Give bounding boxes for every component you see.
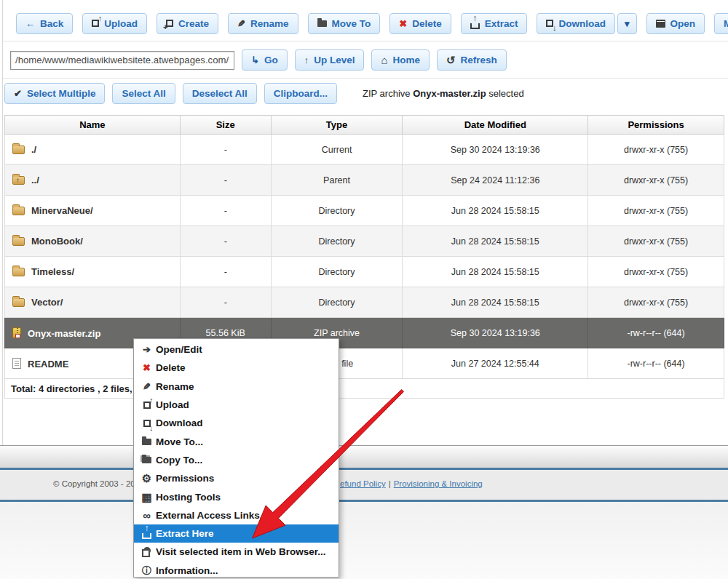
menu-item-rename[interactable]: ✎Rename xyxy=(134,378,339,396)
toolbar: ←Back Upload Create ✎Rename Move To ✖Del… xyxy=(3,6,728,41)
table-row[interactable]: Vector/ -DirectoryJun 28 2024 15:58:15dr… xyxy=(5,287,724,318)
home-icon: ⌂ xyxy=(381,55,387,65)
download-button-label: Download xyxy=(558,18,606,29)
go-button-label: Go xyxy=(264,55,278,65)
move-to-button[interactable]: Move To xyxy=(308,13,381,34)
menu-item-download[interactable]: Download xyxy=(134,414,339,432)
selection-status: ZIP archive Onyx-master.zip selected xyxy=(363,88,524,99)
extract-button[interactable]: Extract xyxy=(461,13,528,34)
home-button[interactable]: ⌂Home xyxy=(371,49,430,71)
select-multiple-label: Select Multiple xyxy=(27,88,96,99)
table-row[interactable]: ./ -CurrentSep 30 2024 13:19:36drwxr-xr-… xyxy=(5,135,724,165)
go-arrow-icon: ↳ xyxy=(251,55,259,65)
menu-item-hosting-tools[interactable]: ▦Hosting Tools xyxy=(134,487,339,506)
text-file-icon xyxy=(12,358,21,369)
folder-icon xyxy=(12,237,25,246)
context-menu: ➔Open/Edit ✖Delete ✎Rename Upload Downlo… xyxy=(133,338,339,578)
deselect-all-label: Deselect All xyxy=(192,88,248,99)
visit-web-browser-icon xyxy=(142,547,152,557)
extract-button-label: Extract xyxy=(485,18,518,29)
menu-item-copy-to[interactable]: Copy To... xyxy=(134,451,339,469)
permissions-icon: ⚙ xyxy=(139,473,154,484)
menu-item-open-edit[interactable]: ➔Open/Edit xyxy=(134,340,339,359)
go-button[interactable]: ↳Go xyxy=(242,49,288,71)
folder-icon xyxy=(12,298,25,307)
home-button-label: Home xyxy=(393,55,421,65)
column-header-type[interactable]: Type xyxy=(271,116,403,135)
selection-bar: ✔Select Multiple Select All Deselect All… xyxy=(4,81,728,105)
footer: © Copyright 2003 - 20 efund Policy|Provi… xyxy=(0,470,728,500)
upload-icon xyxy=(92,20,99,27)
create-button[interactable]: Create xyxy=(157,13,218,34)
folder-icon xyxy=(12,145,25,154)
up-level-button[interactable]: ↑Up Level xyxy=(295,49,365,71)
upload-button[interactable]: Upload xyxy=(82,13,147,34)
select-all-button[interactable]: Select All xyxy=(112,83,175,104)
table-row[interactable]: README SVN fileJun 27 2024 12:55:44-rw-r… xyxy=(5,348,724,379)
clipboard-button[interactable]: Clipboard... xyxy=(264,83,337,104)
rename-icon: ✎ xyxy=(237,19,245,28)
download-button[interactable]: Download xyxy=(537,13,615,34)
menu-item-extract-here[interactable]: Extract Here xyxy=(134,524,339,543)
menu-item-permissions[interactable]: ⚙Permissions xyxy=(134,469,339,487)
footer-gradient-band xyxy=(0,446,728,468)
column-header-size[interactable]: Size xyxy=(180,116,271,135)
folder-up-icon xyxy=(12,176,25,185)
refresh-icon: ↺ xyxy=(446,55,456,65)
table-row[interactable]: ../ -ParentSep 24 2024 11:12:36drwxr-xr-… xyxy=(5,165,724,196)
menu-item-move-to[interactable]: Move To... xyxy=(134,432,339,450)
refresh-button[interactable]: ↺Refresh xyxy=(437,49,507,71)
folder-icon xyxy=(12,207,25,215)
table-row[interactable]: Timeless/ -DirectoryJun 28 2024 15:58:15… xyxy=(5,257,724,287)
download-icon xyxy=(143,420,151,427)
menu-item-external-access-links[interactable]: ∞External Access Links... xyxy=(134,506,339,524)
menu-item-upload[interactable]: Upload xyxy=(134,396,339,414)
rename-button[interactable]: ✎Rename xyxy=(228,13,298,34)
select-all-label: Select All xyxy=(122,88,165,99)
chevron-down-icon: ▾ xyxy=(625,19,630,28)
table-row-selected[interactable]: Onyx-master.zip 55.56 KiBZIP archiveSep … xyxy=(5,318,724,348)
table-header-row: Name Size Type Date Modified Permissions xyxy=(5,116,724,135)
delete-icon: ✖ xyxy=(399,19,407,28)
provisioning-invoicing-link[interactable]: Provisioning & Invoicing xyxy=(394,479,483,488)
path-input[interactable] xyxy=(10,51,234,70)
upload-icon xyxy=(143,402,151,409)
move-to-icon xyxy=(317,20,327,27)
table-row[interactable]: MonoBook/ -DirectoryJun 28 2024 15:58:15… xyxy=(5,226,724,257)
clipboard-label: Clipboard... xyxy=(274,88,328,99)
column-header-permissions[interactable]: Permissions xyxy=(588,116,724,135)
menu-item-information[interactable]: ⓘInformation... xyxy=(134,562,339,579)
download-dropdown-button[interactable]: ▾ xyxy=(617,13,637,34)
rename-icon: ✎ xyxy=(139,382,154,391)
deselect-all-button[interactable]: Deselect All xyxy=(183,83,257,104)
link-separator: | xyxy=(389,479,391,488)
table-row[interactable]: MinervaNeue/ -DirectoryJun 28 2024 15:58… xyxy=(5,196,724,226)
path-bar: ↳Go ↑Up Level ⌂Home ↺Refresh xyxy=(3,42,728,79)
rename-button-label: Rename xyxy=(250,18,289,29)
open-button[interactable]: Open xyxy=(646,13,705,34)
create-icon xyxy=(166,20,173,27)
extract-here-icon xyxy=(142,533,151,539)
more-button[interactable]: More... xyxy=(714,13,728,34)
move-to-icon xyxy=(142,439,151,445)
refresh-button-label: Refresh xyxy=(461,55,497,65)
check-icon: ✔ xyxy=(14,89,22,98)
back-button[interactable]: ←Back xyxy=(16,13,73,34)
move-to-button-label: Move To xyxy=(332,18,371,29)
total-line: Total: 4 directories , 2 files, To xyxy=(5,379,724,399)
refund-policy-link[interactable]: efund Policy xyxy=(340,479,386,488)
zip-file-icon xyxy=(12,327,21,338)
menu-item-delete[interactable]: ✖Delete xyxy=(134,359,339,377)
footer-links: efund Policy|Provisioning & Invoicing xyxy=(340,479,483,488)
up-level-button-label: Up Level xyxy=(314,55,355,65)
column-header-date-modified[interactable]: Date Modified xyxy=(403,116,588,135)
information-icon: ⓘ xyxy=(139,566,154,575)
delete-icon: ✖ xyxy=(139,363,154,372)
select-multiple-button[interactable]: ✔Select Multiple xyxy=(4,83,105,104)
column-header-name[interactable]: Name xyxy=(5,116,181,135)
delete-button[interactable]: ✖Delete xyxy=(389,13,451,34)
create-button-label: Create xyxy=(178,18,209,29)
delete-button-label: Delete xyxy=(412,18,442,29)
menu-item-visit-web-browser[interactable]: Visit selected item in Web Browser... xyxy=(134,543,339,561)
folder-icon xyxy=(12,268,25,276)
